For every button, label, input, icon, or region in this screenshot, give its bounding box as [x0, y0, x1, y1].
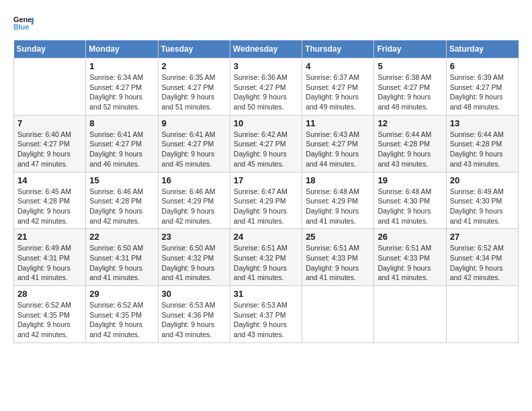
calendar-cell: 24Sunrise: 6:51 AMSunset: 4:32 PMDayligh…: [230, 229, 302, 286]
calendar-cell: [446, 286, 518, 343]
calendar-cell: 7Sunrise: 6:40 AMSunset: 4:27 PMDaylight…: [14, 115, 86, 172]
day-info: Sunrise: 6:42 AMSunset: 4:27 PMDaylight:…: [234, 130, 298, 169]
day-number: 13: [450, 118, 515, 128]
day-info: Sunrise: 6:52 AMSunset: 4:35 PMDaylight:…: [89, 300, 154, 340]
calendar-cell: 9Sunrise: 6:41 AMSunset: 4:27 PMDaylight…: [158, 115, 230, 172]
calendar-cell: 10Sunrise: 6:42 AMSunset: 4:27 PMDayligh…: [230, 115, 302, 172]
calendar-cell: [302, 286, 374, 343]
svg-text:General: General: [13, 15, 34, 24]
calendar-cell: 11Sunrise: 6:43 AMSunset: 4:27 PMDayligh…: [302, 115, 374, 172]
day-info: Sunrise: 6:52 AMSunset: 4:35 PMDaylight:…: [17, 300, 82, 340]
day-number: 16: [162, 175, 226, 185]
calendar-cell: 3Sunrise: 6:36 AMSunset: 4:27 PMDaylight…: [230, 58, 302, 116]
day-number: 2: [162, 61, 226, 71]
calendar-cell: 25Sunrise: 6:51 AMSunset: 4:33 PMDayligh…: [302, 229, 374, 286]
day-info: Sunrise: 6:48 AMSunset: 4:29 PMDaylight:…: [306, 187, 370, 226]
day-info: Sunrise: 6:47 AMSunset: 4:29 PMDaylight:…: [234, 187, 298, 226]
day-info: Sunrise: 6:41 AMSunset: 4:27 PMDaylight:…: [89, 130, 154, 169]
calendar-cell: 27Sunrise: 6:52 AMSunset: 4:34 PMDayligh…: [446, 229, 518, 286]
day-number: 22: [89, 232, 154, 242]
day-info: Sunrise: 6:38 AMSunset: 4:27 PMDaylight:…: [378, 73, 442, 112]
day-number: 18: [306, 175, 370, 185]
calendar-cell: 19Sunrise: 6:48 AMSunset: 4:30 PMDayligh…: [374, 172, 446, 229]
day-info: Sunrise: 6:51 AMSunset: 4:32 PMDaylight:…: [234, 243, 298, 283]
day-info: Sunrise: 6:51 AMSunset: 4:33 PMDaylight:…: [378, 243, 442, 283]
calendar-cell: 23Sunrise: 6:50 AMSunset: 4:32 PMDayligh…: [158, 229, 230, 286]
day-info: Sunrise: 6:53 AMSunset: 4:36 PMDaylight:…: [162, 300, 226, 340]
day-number: 25: [306, 232, 370, 242]
day-info: Sunrise: 6:48 AMSunset: 4:30 PMDaylight:…: [378, 187, 442, 226]
day-number: 17: [234, 175, 298, 185]
col-header-thursday: Thursday: [302, 40, 374, 58]
calendar-cell: 5Sunrise: 6:38 AMSunset: 4:27 PMDaylight…: [374, 58, 446, 116]
day-info: Sunrise: 6:49 AMSunset: 4:31 PMDaylight:…: [17, 243, 82, 283]
logo: General Blue: [13, 13, 36, 34]
calendar-cell: 6Sunrise: 6:39 AMSunset: 4:27 PMDaylight…: [446, 58, 518, 116]
day-number: 20: [450, 175, 515, 185]
day-number: 5: [378, 61, 442, 71]
day-info: Sunrise: 6:50 AMSunset: 4:32 PMDaylight:…: [162, 243, 226, 283]
calendar-cell: 20Sunrise: 6:49 AMSunset: 4:30 PMDayligh…: [446, 172, 518, 229]
day-number: 8: [89, 118, 154, 128]
day-number: 19: [378, 175, 442, 185]
day-number: 29: [89, 289, 154, 299]
day-number: 21: [17, 232, 82, 242]
day-number: 7: [17, 118, 82, 128]
day-info: Sunrise: 6:35 AMSunset: 4:27 PMDaylight:…: [162, 73, 226, 112]
day-info: Sunrise: 6:40 AMSunset: 4:27 PMDaylight:…: [17, 130, 82, 169]
calendar-cell: 12Sunrise: 6:44 AMSunset: 4:28 PMDayligh…: [374, 115, 446, 172]
day-number: 28: [17, 289, 82, 299]
day-number: 30: [162, 289, 226, 299]
day-info: Sunrise: 6:44 AMSunset: 4:28 PMDaylight:…: [378, 130, 442, 169]
calendar-cell: 1Sunrise: 6:34 AMSunset: 4:27 PMDaylight…: [86, 58, 158, 116]
calendar-cell: 28Sunrise: 6:52 AMSunset: 4:35 PMDayligh…: [14, 286, 86, 343]
day-info: Sunrise: 6:44 AMSunset: 4:28 PMDaylight:…: [450, 130, 515, 169]
day-number: 15: [89, 175, 154, 185]
day-number: 14: [17, 175, 82, 185]
calendar-cell: 26Sunrise: 6:51 AMSunset: 4:33 PMDayligh…: [374, 229, 446, 286]
calendar-cell: 31Sunrise: 6:53 AMSunset: 4:37 PMDayligh…: [230, 286, 302, 343]
calendar-cell: [14, 58, 86, 116]
col-header-wednesday: Wednesday: [230, 40, 302, 58]
day-number: 3: [234, 61, 298, 71]
calendar-cell: [374, 286, 446, 343]
col-header-monday: Monday: [86, 40, 158, 58]
day-number: 23: [162, 232, 226, 242]
calendar-cell: 22Sunrise: 6:50 AMSunset: 4:31 PMDayligh…: [86, 229, 158, 286]
day-info: Sunrise: 6:36 AMSunset: 4:27 PMDaylight:…: [234, 73, 298, 112]
calendar-cell: 4Sunrise: 6:37 AMSunset: 4:27 PMDaylight…: [302, 58, 374, 116]
col-header-friday: Friday: [374, 40, 446, 58]
day-number: 9: [162, 118, 226, 128]
day-info: Sunrise: 6:37 AMSunset: 4:27 PMDaylight:…: [306, 73, 370, 112]
day-number: 12: [378, 118, 442, 128]
svg-text:Blue: Blue: [13, 23, 29, 31]
calendar-cell: 17Sunrise: 6:47 AMSunset: 4:29 PMDayligh…: [230, 172, 302, 229]
day-info: Sunrise: 6:53 AMSunset: 4:37 PMDaylight:…: [234, 300, 298, 340]
calendar-cell: 16Sunrise: 6:46 AMSunset: 4:29 PMDayligh…: [158, 172, 230, 229]
day-info: Sunrise: 6:34 AMSunset: 4:27 PMDaylight:…: [89, 73, 154, 112]
day-info: Sunrise: 6:46 AMSunset: 4:29 PMDaylight:…: [162, 187, 226, 226]
page-header: General Blue: [13, 13, 519, 34]
calendar-cell: 8Sunrise: 6:41 AMSunset: 4:27 PMDaylight…: [86, 115, 158, 172]
day-number: 26: [378, 232, 442, 242]
day-number: 27: [450, 232, 515, 242]
day-number: 24: [234, 232, 298, 242]
calendar-cell: 30Sunrise: 6:53 AMSunset: 4:36 PMDayligh…: [158, 286, 230, 343]
col-header-saturday: Saturday: [446, 40, 518, 58]
col-header-tuesday: Tuesday: [158, 40, 230, 58]
day-info: Sunrise: 6:52 AMSunset: 4:34 PMDaylight:…: [450, 243, 515, 283]
day-info: Sunrise: 6:45 AMSunset: 4:28 PMDaylight:…: [17, 187, 82, 226]
day-number: 10: [234, 118, 298, 128]
calendar-cell: 29Sunrise: 6:52 AMSunset: 4:35 PMDayligh…: [86, 286, 158, 343]
day-number: 1: [89, 61, 154, 71]
day-info: Sunrise: 6:49 AMSunset: 4:30 PMDaylight:…: [450, 187, 515, 226]
calendar-cell: 13Sunrise: 6:44 AMSunset: 4:28 PMDayligh…: [446, 115, 518, 172]
day-number: 6: [450, 61, 515, 71]
day-info: Sunrise: 6:50 AMSunset: 4:31 PMDaylight:…: [89, 243, 154, 283]
day-info: Sunrise: 6:41 AMSunset: 4:27 PMDaylight:…: [162, 130, 226, 169]
col-header-sunday: Sunday: [14, 40, 86, 58]
calendar-cell: 14Sunrise: 6:45 AMSunset: 4:28 PMDayligh…: [14, 172, 86, 229]
calendar-cell: 2Sunrise: 6:35 AMSunset: 4:27 PMDaylight…: [158, 58, 230, 116]
day-info: Sunrise: 6:46 AMSunset: 4:28 PMDaylight:…: [89, 187, 154, 226]
day-number: 4: [306, 61, 370, 71]
